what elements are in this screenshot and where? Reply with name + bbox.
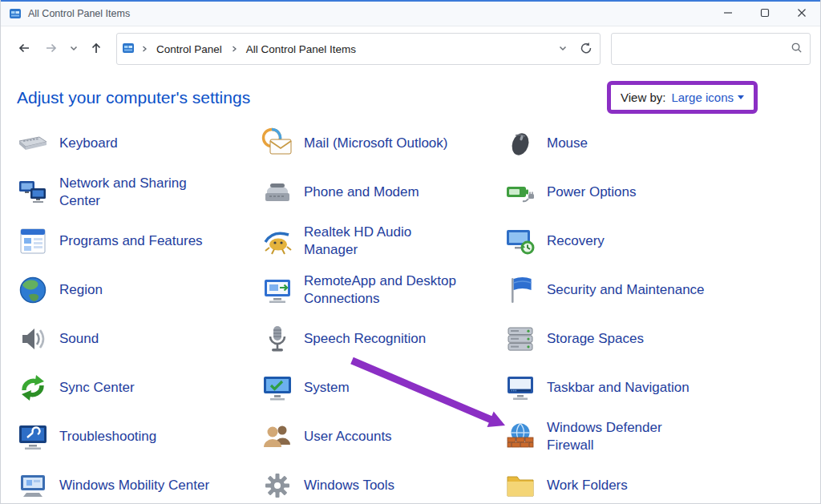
security-flag-icon [504, 274, 536, 306]
breadcrumb-control-panel[interactable]: Control Panel [154, 42, 224, 57]
item-label: Sound [59, 330, 99, 347]
programs-features-icon [17, 225, 49, 257]
item-windows-mobility-center[interactable]: Windows Mobility Center [17, 461, 261, 504]
item-storage-spaces[interactable]: Storage Spaces [504, 314, 820, 363]
item-sync-center[interactable]: Sync Center [17, 363, 261, 412]
viewby-highlight-box: View by: Large icons [607, 81, 758, 114]
recent-locations-button[interactable] [65, 35, 83, 62]
item-security-and-maintenance[interactable]: Security and Maintenance [504, 265, 820, 314]
item-label: Taskbar and Navigation [547, 379, 690, 396]
navigation-bar: Control Panel All Control Panel Items [1, 26, 820, 71]
address-bar[interactable]: Control Panel All Control Panel Items [116, 33, 601, 65]
search-input[interactable] [619, 42, 791, 56]
search-icon [791, 42, 803, 57]
item-label: Realtek HD Audio Manager [304, 224, 464, 258]
minimize-button[interactable] [710, 2, 746, 26]
window-title: All Control Panel Items [28, 8, 130, 19]
item-label: Keyboard [59, 135, 118, 151]
item-label: Security and Maintenance [547, 281, 705, 298]
item-label: Network and Sharing Center [59, 175, 220, 209]
mobility-center-icon [17, 470, 49, 502]
remoteapp-icon [261, 274, 293, 306]
item-label: System [304, 379, 350, 396]
address-chevron-icon [558, 43, 568, 55]
back-button[interactable] [10, 35, 38, 62]
up-button[interactable] [83, 35, 110, 62]
item-label: User Accounts [304, 428, 392, 445]
work-folders-icon [504, 470, 536, 502]
maximize-icon [760, 8, 770, 20]
item-realtek-hd-audio-manager[interactable]: Realtek HD Audio Manager [261, 216, 504, 265]
item-windows-tools[interactable]: Windows Tools [261, 461, 504, 504]
system-monitor-icon [261, 372, 293, 404]
troubleshooting-icon [17, 421, 49, 453]
item-label: Mail (Microsoft Outlook) [304, 135, 447, 151]
breadcrumb-chevron-icon [140, 43, 148, 55]
item-label: Windows Tools [304, 477, 394, 494]
item-mouse[interactable]: Mouse [504, 119, 820, 167]
control-panel-app-icon [9, 7, 22, 20]
search-box[interactable] [611, 33, 811, 65]
item-user-accounts[interactable]: User Accounts [261, 412, 504, 461]
item-label: Sync Center [59, 379, 135, 396]
item-label: Troubleshooting [59, 428, 156, 445]
mail-outlook-icon [261, 127, 293, 159]
control-panel-window: All Control Panel Items [0, 0, 821, 504]
gear-icon [261, 470, 293, 502]
forward-icon [44, 41, 59, 58]
item-troubleshooting[interactable]: Troubleshooting [17, 412, 261, 461]
item-work-folders[interactable]: Work Folders [504, 461, 820, 504]
maximize-button[interactable] [746, 2, 783, 26]
sound-speaker-icon [17, 323, 49, 355]
close-button[interactable] [783, 2, 820, 26]
region-globe-icon [17, 274, 49, 306]
page-title: Adjust your computer's settings [17, 88, 250, 107]
power-battery-icon [504, 176, 536, 208]
item-speech-recognition[interactable]: Speech Recognition [261, 314, 504, 363]
up-icon [89, 41, 103, 58]
item-programs-and-features[interactable]: Programs and Features [17, 216, 261, 265]
item-region[interactable]: Region [17, 265, 261, 314]
item-label: RemoteApp and Desktop Connections [304, 272, 464, 307]
keyboard-icon [17, 127, 49, 159]
mouse-icon [504, 127, 536, 159]
refresh-button[interactable] [577, 35, 595, 62]
user-accounts-icon [261, 421, 293, 453]
item-keyboard[interactable]: Keyboard [17, 119, 261, 167]
phone-modem-icon [261, 176, 293, 208]
item-mail[interactable]: Mail (Microsoft Outlook) [261, 119, 504, 167]
realtek-audio-icon [261, 225, 293, 257]
item-label: Programs and Features [59, 232, 203, 249]
viewby-value: Large icons [671, 91, 734, 104]
item-network-sharing-center[interactable]: Network and Sharing Center [17, 167, 261, 216]
storage-drives-icon [504, 323, 536, 355]
item-label: Windows Defender Firewall [547, 419, 679, 454]
item-sound[interactable]: Sound [17, 314, 261, 363]
forward-button[interactable] [38, 35, 65, 62]
minimize-icon [723, 8, 733, 20]
item-label: Speech Recognition [304, 330, 426, 347]
recent-locations-chevron-icon [69, 43, 79, 55]
item-system[interactable]: System [261, 363, 504, 412]
back-icon [17, 41, 31, 58]
item-phone-and-modem[interactable]: Phone and Modem [261, 167, 504, 216]
control-panel-items-grid: Keyboard Mail (Microsoft Outlook) Mouse … [1, 119, 820, 504]
control-panel-icon [122, 42, 135, 57]
item-label: Phone and Modem [304, 183, 419, 200]
item-label: Power Options [547, 183, 637, 200]
address-dropdown-button[interactable] [554, 35, 572, 62]
item-windows-defender-firewall[interactable]: Windows Defender Firewall [504, 412, 820, 461]
item-taskbar-and-navigation[interactable]: Taskbar and Navigation [504, 363, 820, 412]
recovery-icon [504, 225, 536, 257]
window-controls [710, 2, 820, 26]
close-icon [797, 8, 807, 20]
item-label: Region [59, 281, 103, 298]
breadcrumb-all-control-panel-items[interactable]: All Control Panel Items [244, 42, 358, 57]
item-power-options[interactable]: Power Options [504, 167, 820, 216]
item-recovery[interactable]: Recovery [504, 216, 820, 265]
microphone-icon [261, 323, 293, 355]
item-remoteapp-desktop-connections[interactable]: RemoteApp and Desktop Connections [261, 265, 504, 314]
titlebar: All Control Panel Items [1, 2, 820, 26]
taskbar-icon [504, 372, 536, 404]
viewby-dropdown[interactable]: Large icons [671, 91, 744, 104]
